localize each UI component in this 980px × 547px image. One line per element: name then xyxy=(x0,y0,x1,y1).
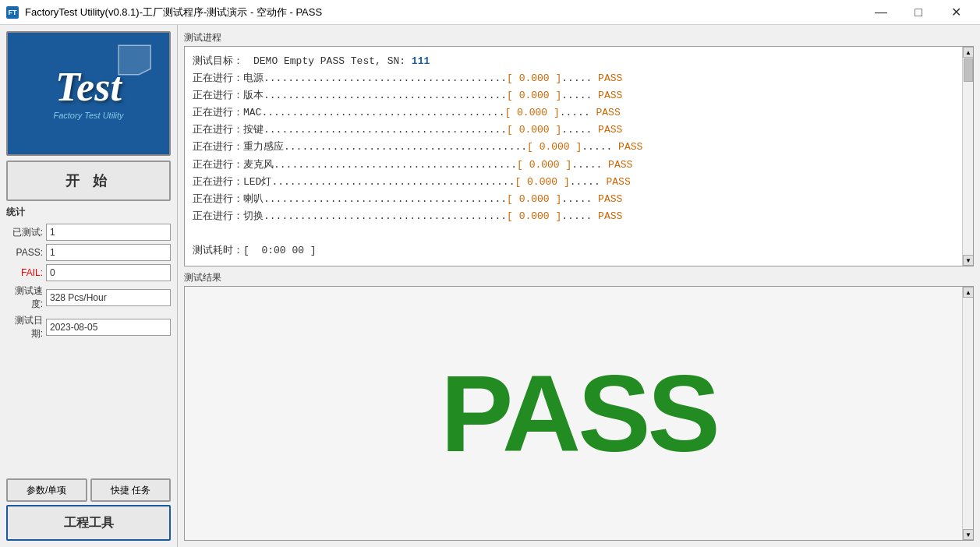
title-bar-text: FactoryTest Utility(v0.8.1)-工厂测试程序-测试演示 … xyxy=(25,5,857,19)
scroll-thumb[interactable] xyxy=(964,58,973,82)
start-button[interactable]: 开 始 xyxy=(6,161,171,201)
stats-title: 统计 xyxy=(6,206,171,219)
result-label: 测试结果 xyxy=(184,271,974,284)
result-scrollbar[interactable]: ▲ ▼ xyxy=(962,287,973,540)
result-scroll-down-arrow[interactable]: ▼ xyxy=(963,529,974,540)
scroll-up-arrow[interactable]: ▲ xyxy=(963,47,974,58)
progress-section: 测试进程 测试目标： DEMO Empty PASS Test, SN: 111… xyxy=(184,31,974,266)
tested-row: 已测试: xyxy=(6,224,171,241)
fail-value[interactable] xyxy=(46,264,171,281)
pass-result-text: PASS xyxy=(440,351,717,477)
quick-task-button[interactable]: 快捷 任务 xyxy=(90,478,172,502)
date-value[interactable] xyxy=(46,319,171,336)
date-label: 测试日期: xyxy=(6,314,43,341)
logo-test-text: Test xyxy=(55,67,122,108)
pass-value[interactable] xyxy=(46,244,171,261)
log-line: 正在进行：LED灯...............................… xyxy=(193,174,965,191)
log-line: 正在进行：电源.................................… xyxy=(193,70,965,87)
logo-box: Test Factory Test Utility xyxy=(6,31,171,156)
maximize-button[interactable]: □ xyxy=(900,0,936,25)
speed-label: 测试速度: xyxy=(6,284,43,311)
progress-box: 测试目标： DEMO Empty PASS Test, SN: 111正在进行：… xyxy=(184,46,974,266)
window-controls: — □ ✕ xyxy=(863,0,974,25)
svg-marker-0 xyxy=(119,45,150,75)
engineering-button[interactable]: 工程工具 xyxy=(6,505,171,541)
app-icon: FT xyxy=(6,6,19,19)
speed-value[interactable] xyxy=(46,289,171,306)
target-line: 测试目标： DEMO Empty PASS Test, SN: 111 xyxy=(193,53,965,70)
log-line: 正在进行：重力感应...............................… xyxy=(193,139,965,156)
speed-row: 测试速度: xyxy=(6,284,171,311)
main-container: Test Factory Test Utility 开 始 统计 已测试: PA… xyxy=(0,25,980,547)
fail-row: FAIL: xyxy=(6,264,171,281)
title-bar: FT FactoryTest Utility(v0.8.1)-工厂测试程序-测试… xyxy=(0,0,980,25)
result-section: 测试结果 PASS ▲ ▼ xyxy=(184,271,974,541)
logo-subtitle: Factory Test Utility xyxy=(53,111,123,120)
left-panel: Test Factory Test Utility 开 始 统计 已测试: PA… xyxy=(0,25,178,547)
log-line: 正在进行：MAC................................… xyxy=(193,104,965,122)
result-scroll-up-arrow[interactable]: ▲ xyxy=(963,287,974,298)
log-line: 正在进行：切换.................................… xyxy=(193,208,965,225)
scroll-track xyxy=(963,58,973,255)
stats-section: 统计 已测试: PASS: FAIL: 测试速度: 测试日期: xyxy=(6,206,171,341)
log-line: 正在进行：麦克风................................… xyxy=(193,157,965,174)
pass-row: PASS: xyxy=(6,244,171,261)
fail-label: FAIL: xyxy=(6,267,43,278)
pass-label: PASS: xyxy=(6,247,43,258)
log-line: 正在进行：按键.................................… xyxy=(193,122,965,139)
log-line: 正在进行：喇叭.................................… xyxy=(193,191,965,208)
scroll-down-arrow[interactable]: ▼ xyxy=(963,255,974,266)
tested-value[interactable] xyxy=(46,224,171,241)
progress-label: 测试进程 xyxy=(184,31,974,44)
log-line: 正在进行：版本.................................… xyxy=(193,87,965,104)
progress-scrollbar[interactable]: ▲ ▼ xyxy=(962,47,973,266)
result-box: PASS ▲ ▼ xyxy=(184,286,974,541)
minimize-button[interactable]: — xyxy=(863,0,899,25)
result-scroll-track xyxy=(963,298,973,529)
bottom-btn-row: 参数/单项 快捷 任务 xyxy=(6,478,171,502)
date-row: 测试日期: xyxy=(6,314,171,341)
progress-content: 测试目标： DEMO Empty PASS Test, SN: 111正在进行：… xyxy=(185,47,973,266)
close-button[interactable]: ✕ xyxy=(938,0,974,25)
time-line: 测试耗时：[ 0:00 00 ] xyxy=(193,225,965,259)
bottom-buttons: 参数/单项 快捷 任务 工程工具 xyxy=(6,478,171,541)
right-panel: 测试进程 测试目标： DEMO Empty PASS Test, SN: 111… xyxy=(178,25,980,547)
params-button[interactable]: 参数/单项 xyxy=(6,478,87,502)
tested-label: 已测试: xyxy=(6,226,43,239)
